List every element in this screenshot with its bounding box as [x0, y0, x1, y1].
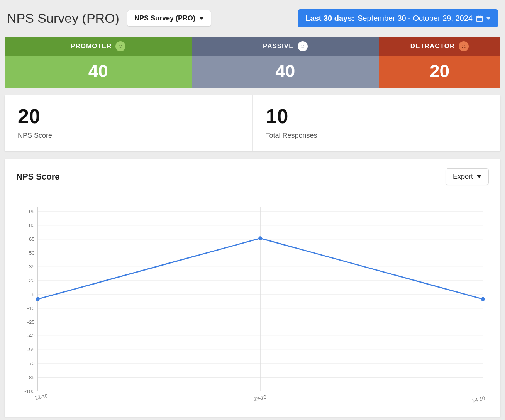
chevron-down-icon [199, 17, 204, 20]
calendar-icon [476, 15, 483, 22]
svg-text:22-10: 22-10 [34, 393, 48, 401]
nps-line-chart: 9580655035205-10-25-40-55-70-85-10022-10… [16, 203, 489, 410]
svg-point-47 [481, 297, 485, 301]
page-title: NPS Survey (PRO) [7, 11, 119, 26]
svg-point-46 [258, 236, 262, 240]
svg-text:65: 65 [29, 236, 35, 242]
nps-score-label: NPS Score [18, 132, 239, 140]
chevron-down-icon [486, 17, 490, 20]
detractor-value: 20 [379, 56, 500, 88]
date-range-value: September 30 - October 29, 2024 [358, 14, 473, 23]
nps-score-card: 20 NPS Score [5, 95, 252, 151]
smile-face-icon [115, 41, 125, 51]
svg-text:-25: -25 [27, 319, 35, 325]
nps-tiles: PROMOTER 40 PASSIVE 40 DETRACTOR [5, 37, 500, 88]
svg-text:-40: -40 [27, 333, 35, 339]
svg-point-4 [117, 43, 124, 50]
svg-text:35: 35 [29, 264, 35, 269]
svg-point-45 [36, 297, 40, 301]
passive-value: 40 [192, 56, 379, 88]
svg-point-11 [463, 45, 463, 46]
form-selector-label: NPS Survey (PRO) [134, 14, 195, 22]
svg-text:20: 20 [29, 278, 35, 283]
svg-point-12 [464, 45, 465, 46]
detractor-tile: DETRACTOR 20 [379, 37, 500, 88]
svg-text:24-10: 24-10 [472, 395, 486, 404]
frown-face-icon [459, 41, 469, 51]
nps-score-value: 20 [18, 106, 239, 126]
promoter-label: PROMOTER [71, 42, 112, 50]
svg-point-10 [461, 43, 467, 50]
svg-text:-100: -100 [24, 388, 34, 394]
svg-point-6 [299, 43, 306, 50]
svg-text:-55: -55 [27, 347, 35, 352]
svg-text:80: 80 [29, 222, 35, 228]
promoter-tile: PROMOTER 40 [5, 37, 192, 88]
svg-text:23-10: 23-10 [253, 394, 267, 403]
page-header: NPS Survey (PRO) NPS Survey (PRO) Last 3… [5, 5, 500, 37]
svg-text:5: 5 [32, 291, 34, 297]
svg-text:-70: -70 [27, 361, 35, 366]
passive-label: PASSIVE [263, 42, 293, 50]
svg-rect-0 [477, 16, 483, 21]
chevron-down-icon [477, 175, 481, 178]
export-button[interactable]: Export [446, 168, 489, 185]
total-responses-value: 10 [266, 106, 488, 126]
total-responses-label: Total Responses [266, 132, 488, 140]
svg-text:-85: -85 [27, 374, 35, 380]
nps-chart-section: NPS Score Export 9580655035205-10-25-40-… [5, 159, 500, 417]
passive-tile: PASSIVE 40 [192, 37, 379, 88]
chart-title: NPS Score [16, 172, 60, 182]
form-selector-dropdown[interactable]: NPS Survey (PRO) [127, 10, 211, 27]
date-range-prefix: Last 30 days: [305, 14, 354, 23]
neutral-face-icon [298, 41, 308, 51]
svg-text:95: 95 [29, 208, 35, 214]
total-responses-card: 10 Total Responses [252, 95, 501, 151]
svg-point-7 [301, 45, 302, 46]
score-cards: 20 NPS Score 10 Total Responses [5, 95, 500, 151]
export-label: Export [453, 173, 473, 181]
date-range-button[interactable]: Last 30 days: September 30 - October 29,… [298, 9, 498, 27]
detractor-label: DETRACTOR [410, 42, 455, 50]
svg-text:-10: -10 [27, 305, 35, 311]
svg-point-8 [303, 45, 304, 46]
svg-text:50: 50 [29, 250, 35, 256]
promoter-value: 40 [5, 56, 192, 88]
svg-point-5 [119, 45, 120, 46]
